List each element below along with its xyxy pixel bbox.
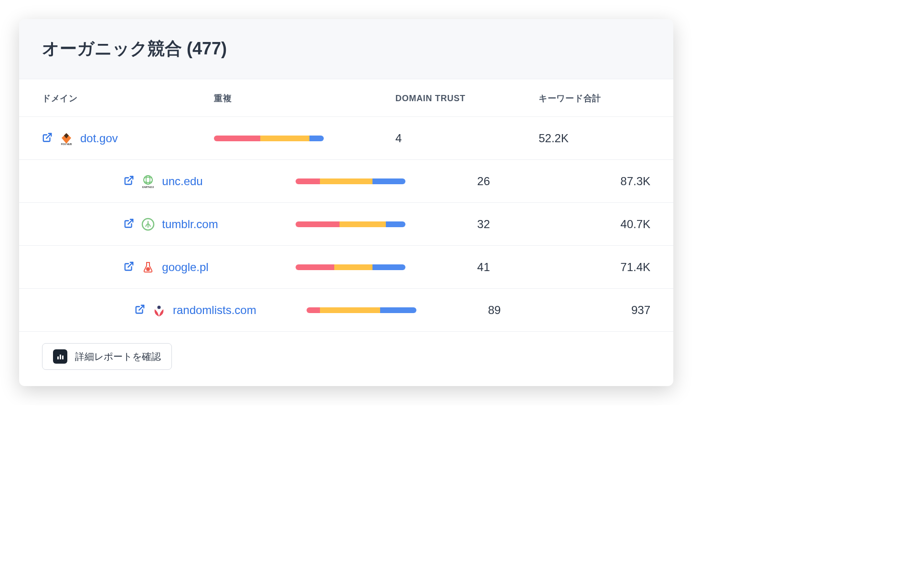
overlap-segment-red bbox=[296, 221, 340, 227]
cell-keywords: 52.2K bbox=[539, 132, 650, 145]
overlap-segment-red bbox=[296, 178, 320, 184]
cell-overlap bbox=[296, 178, 477, 184]
view-detailed-report-button[interactable]: 詳細レポートを確認 bbox=[42, 343, 172, 370]
site-favicon bbox=[141, 260, 155, 274]
svg-point-6 bbox=[146, 176, 150, 184]
svg-line-4 bbox=[128, 176, 133, 181]
keywords-value: 52.2K bbox=[539, 132, 569, 145]
overlap-segment-blue bbox=[372, 178, 405, 184]
overlap-bar bbox=[307, 307, 416, 313]
overlap-segment-yellow bbox=[320, 178, 372, 184]
svg-rect-12 bbox=[146, 262, 150, 263]
svg-line-8 bbox=[128, 219, 133, 224]
overlap-segment-blue bbox=[386, 221, 405, 227]
svg-text:EARTH2.0: EARTH2.0 bbox=[142, 186, 154, 189]
overlap-bar bbox=[296, 221, 405, 227]
cell-keywords: 71.4K bbox=[620, 261, 650, 274]
cell-keywords: 40.7K bbox=[620, 218, 650, 231]
svg-line-0 bbox=[46, 133, 51, 138]
card-title: オーガニック競合 (477) bbox=[42, 37, 650, 61]
cell-trust: 32 bbox=[477, 218, 620, 231]
domain-link[interactable]: randomlists.com bbox=[173, 304, 256, 317]
col-header-trust[interactable]: DOMAIN TRUST bbox=[395, 94, 466, 103]
svg-point-5 bbox=[144, 176, 152, 184]
col-header-overlap[interactable]: 重複 bbox=[214, 94, 232, 103]
overlap-segment-blue bbox=[380, 307, 416, 313]
trust-value: 4 bbox=[395, 132, 402, 145]
trust-value: 89 bbox=[488, 304, 501, 317]
external-link-icon[interactable] bbox=[124, 218, 134, 231]
bar-chart-icon bbox=[53, 349, 67, 364]
cell-domain: tumblr.com bbox=[124, 217, 296, 231]
site-favicon bbox=[141, 217, 155, 231]
cell-trust: 89 bbox=[488, 304, 631, 317]
table-row: EARTH2.0unc.edu2687.3K bbox=[19, 160, 673, 203]
table-row: google.pl4171.4K bbox=[19, 246, 673, 289]
external-link-icon[interactable] bbox=[124, 175, 134, 188]
domain-link[interactable]: unc.edu bbox=[162, 175, 202, 188]
site-favicon: FOX HUB bbox=[59, 131, 74, 146]
domain-link[interactable]: dot.gov bbox=[80, 132, 118, 145]
keywords-value: 71.4K bbox=[620, 261, 650, 274]
overlap-segment-red bbox=[214, 136, 260, 141]
svg-line-13 bbox=[139, 305, 144, 310]
table-row: FOX HUBdot.gov452.2K bbox=[19, 117, 673, 160]
overlap-segment-yellow bbox=[260, 136, 310, 141]
overlap-segment-red bbox=[307, 307, 320, 313]
overlap-segment-blue bbox=[372, 264, 405, 270]
cell-trust: 26 bbox=[477, 175, 620, 188]
svg-text:FOX HUB: FOX HUB bbox=[61, 143, 72, 146]
cell-domain: EARTH2.0unc.edu bbox=[124, 174, 296, 189]
site-favicon: EARTH2.0 bbox=[141, 174, 155, 189]
table-columns-header: ドメイン 重複 DOMAIN TRUST キーワード合計 bbox=[19, 79, 673, 117]
cell-overlap bbox=[296, 264, 477, 270]
domain-link[interactable]: tumblr.com bbox=[162, 218, 218, 231]
table-row: randomlists.com89937 bbox=[19, 289, 673, 332]
overlap-segment-yellow bbox=[334, 264, 373, 270]
cell-domain: FOX HUBdot.gov bbox=[42, 131, 214, 146]
trust-value: 26 bbox=[477, 175, 490, 188]
report-button-label: 詳細レポートを確認 bbox=[75, 350, 161, 363]
table-body: FOX HUBdot.gov452.2KEARTH2.0unc.edu2687.… bbox=[19, 117, 673, 332]
cell-trust: 4 bbox=[395, 132, 539, 145]
trust-value: 32 bbox=[477, 218, 490, 231]
svg-line-10 bbox=[128, 262, 133, 267]
overlap-bar bbox=[296, 178, 405, 184]
overlap-segment-red bbox=[296, 264, 334, 270]
organic-competitors-card: オーガニック競合 (477) ドメイン 重複 DOMAIN TRUST キーワー… bbox=[19, 19, 673, 386]
svg-rect-17 bbox=[62, 356, 64, 359]
svg-point-11 bbox=[146, 267, 150, 271]
overlap-bar bbox=[296, 264, 405, 270]
cell-keywords: 937 bbox=[631, 304, 650, 317]
overlap-segment-yellow bbox=[340, 221, 386, 227]
cell-keywords: 87.3K bbox=[620, 175, 650, 188]
overlap-bar bbox=[214, 136, 324, 141]
table-row: tumblr.com3240.7K bbox=[19, 203, 673, 246]
cell-overlap bbox=[214, 136, 395, 141]
keywords-value: 937 bbox=[631, 304, 650, 317]
site-favicon bbox=[152, 303, 166, 317]
card-footer: 詳細レポートを確認 bbox=[19, 332, 673, 386]
cell-overlap bbox=[307, 307, 488, 313]
external-link-icon[interactable] bbox=[124, 261, 134, 273]
cell-domain: randomlists.com bbox=[135, 303, 307, 317]
domain-link[interactable]: google.pl bbox=[162, 261, 208, 274]
svg-point-14 bbox=[157, 305, 160, 309]
card-header: オーガニック競合 (477) bbox=[19, 19, 673, 79]
overlap-segment-yellow bbox=[320, 307, 381, 313]
external-link-icon[interactable] bbox=[135, 304, 145, 316]
cell-trust: 41 bbox=[477, 261, 620, 274]
cell-domain: google.pl bbox=[124, 260, 296, 274]
col-header-domain[interactable]: ドメイン bbox=[42, 94, 78, 103]
overlap-segment-blue bbox=[309, 136, 324, 141]
col-header-keywords[interactable]: キーワード合計 bbox=[539, 94, 601, 103]
cell-overlap bbox=[296, 221, 477, 227]
external-link-icon[interactable] bbox=[42, 132, 53, 145]
keywords-value: 40.7K bbox=[620, 218, 650, 231]
svg-rect-15 bbox=[57, 356, 59, 359]
trust-value: 41 bbox=[477, 261, 490, 274]
keywords-value: 87.3K bbox=[620, 175, 650, 188]
svg-rect-16 bbox=[60, 355, 61, 359]
